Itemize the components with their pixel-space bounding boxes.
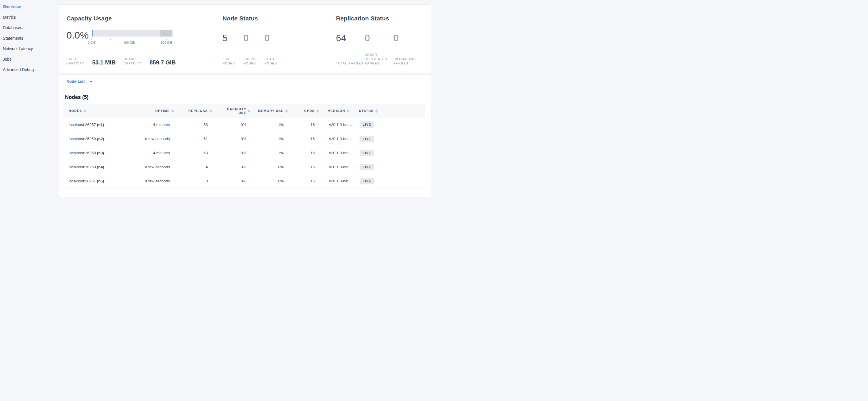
node-id: (n4) [97,165,104,169]
status-cell: LIVE [357,160,425,174]
nodes-table-section: Nodes (5) NODES UPTIME RE [59,94,431,189]
cpus-cell: 16 [291,146,322,160]
sidebar-item-network-latency[interactable]: Network Latency [3,44,59,54]
node-id: (n1) [97,122,104,127]
version-cell: v20.1.0-bet… [322,132,357,146]
uptime-cell: a few seconds [140,132,177,146]
table-row: localhost:26259 (n2) a few seconds 61 0%… [64,132,425,146]
replicas-cell: 0 [177,174,215,188]
main-content: Capacity Usage 0.0% 0 GiB 40 [59,0,431,197]
axis-label-0: 0 GiB [88,41,96,44]
node-address-link[interactable]: localhost:26258 (n3) [64,146,140,160]
status-cell: LIVE [357,174,425,188]
sidebar: Overview Metrics Databases Statements Ne… [0,0,59,75]
capacity-bar: 0 GiB 400 GiB 800 GiB [92,30,173,46]
node-status-labels: LIVE NODES SUSPECT NODES DEAD NODES [222,57,336,65]
usable-capacity-label: USABLE CAPACITY [124,57,146,65]
cpus-cell: 16 [291,174,322,188]
capacity-bar-overflow-segment [160,30,173,36]
sort-icon [347,109,349,113]
uptime-cell: a few seconds [140,174,177,188]
cpus-cell: 16 [291,132,322,146]
node-id: (n3) [97,151,104,155]
unavailable-ranges-value: 0 [394,32,422,44]
memory-use-cell: 0% [254,174,291,188]
capacity-bar-used-marker [92,30,93,36]
sidebar-item-metrics[interactable]: Metrics [3,12,59,23]
usable-capacity-value: 859.7 GiB [150,59,176,65]
replicas-cell: 4 [177,160,215,174]
replicas-cell: 63 [177,146,215,160]
dead-nodes-value: 0 [265,32,285,44]
suspect-nodes-value: 0 [243,32,265,44]
sort-icon [210,109,212,113]
replication-labels: TOTAL RANGES UNDER-REPLICATED RANGES UNA… [336,53,422,65]
status-badge: LIVE [360,178,374,184]
memory-use-cell: 1% [254,118,291,132]
column-header-nodes[interactable]: NODES [64,104,140,118]
capacity-usage-title: Capacity Usage [66,15,222,23]
sort-icon [172,109,174,113]
unavailable-ranges-label: UNAVAILABLE RANGES [394,57,421,65]
uptime-cell: 4 minutes [140,118,177,132]
sort-icon [84,109,86,113]
replicas-cell: 63 [177,118,215,132]
status-cell: LIVE [357,118,425,132]
column-header-memory-use[interactable]: MEMORY USE [254,104,291,118]
table-row: localhost:26260 (n4) a few seconds 4 0% … [64,160,425,174]
sidebar-item-databases[interactable]: Databases [3,23,59,33]
sidebar-item-advanced-debug[interactable]: Advanced Debug [3,64,59,75]
capacity-bar-track [92,30,173,36]
capacity-use-cell: 0% [215,174,254,188]
node-address-link[interactable]: localhost:26257 (n1) [64,118,140,132]
total-ranges-value: 64 [336,32,365,44]
sidebar-item-overview[interactable]: Overview [3,1,59,12]
used-capacity-label: USED CAPACITY [66,57,89,65]
status-cell: LIVE [357,146,425,160]
version-cell: v20.1.0-bet… [322,174,357,188]
capacity-gauge: 0.0% 0 GiB 400 GiB 800 GiB [66,29,222,46]
capacity-use-cell: 0% [215,118,254,132]
column-header-replicas[interactable]: REPLICAS [177,104,215,118]
capacity-stats: USED CAPACITY 53.1 MiB USABLE CAPACITY 8… [66,57,222,65]
replication-values: 64 0 0 [336,32,422,44]
nodes-table: NODES UPTIME REPLICAS CAPACITY USE MEMOR [64,104,425,189]
sidebar-item-jobs[interactable]: Jobs [3,54,59,65]
live-nodes-label: LIVE NODES [222,57,241,65]
sidebar-item-statements[interactable]: Statements [3,33,59,44]
node-address-link[interactable]: localhost:26260 (n4) [64,160,140,174]
version-cell: v20.1.0-bet… [322,160,357,174]
node-id: (n2) [97,137,104,141]
dead-nodes-label: DEAD NODES [265,57,283,65]
column-header-uptime[interactable]: UPTIME [140,104,177,118]
version-cell: v20.1.0-bet… [322,118,357,132]
status-badge: LIVE [360,121,374,128]
node-address-link[interactable]: localhost:26259 (n2) [64,132,140,146]
cpus-cell: 16 [291,160,322,174]
node-status-values: 5 0 0 [222,32,336,44]
node-id: (n5) [97,179,104,183]
node-status-section: Node Status 5 0 0 LIVE NODES SUSPECT NOD… [222,15,336,65]
node-list-dropdown[interactable]: Node List [59,75,431,88]
status-badge: LIVE [360,150,374,156]
status-cell: LIVE [357,132,425,146]
node-address-link[interactable]: localhost:26261 (n5) [64,174,140,188]
column-header-version[interactable]: VERSION [322,104,357,118]
column-header-cpus[interactable]: CPUS [291,104,322,118]
column-header-capacity-use[interactable]: CAPACITY USE [215,104,254,118]
memory-use-cell: 0% [254,160,291,174]
cpus-cell: 16 [291,118,322,132]
capacity-use-cell: 0% [215,160,254,174]
table-header-row: NODES UPTIME REPLICAS CAPACITY USE MEMOR [64,104,425,118]
uptime-cell: a few seconds [140,160,177,174]
capacity-axis: 0 GiB 400 GiB 800 GiB [92,36,173,46]
capacity-use-cell: 0% [215,146,254,160]
status-badge: LIVE [360,164,374,170]
chevron-down-icon [90,81,93,83]
capacity-use-cell: 0% [215,132,254,146]
version-cell: v20.1.0-bet… [322,146,357,160]
under-replicated-ranges-label: UNDER-REPLICATED RANGES [365,53,392,65]
status-badge: LIVE [360,136,374,142]
column-header-status[interactable]: STATUS [357,104,425,118]
nodes-section-title: Nodes (5) [65,94,425,101]
